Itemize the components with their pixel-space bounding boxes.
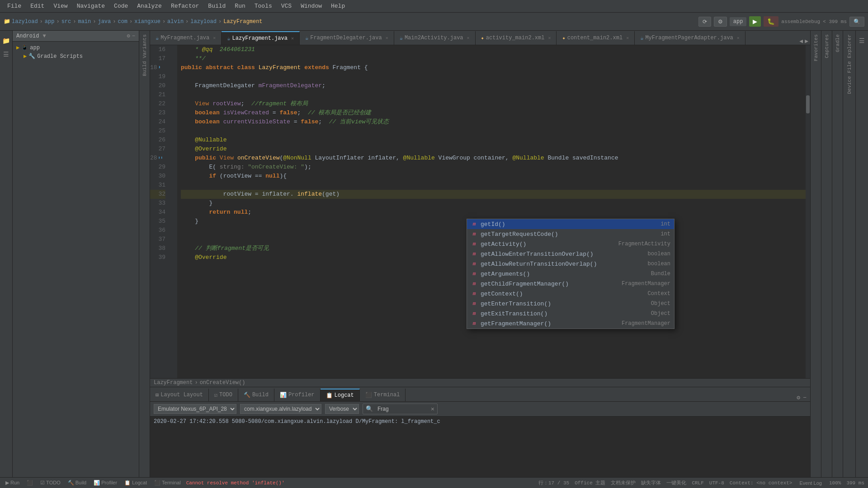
menu-item-code[interactable]: Code [110,2,132,10]
run-button[interactable]: ▶ [749,16,761,27]
tab-myfragment[interactable]: ☕ MyFragment.java ✕ [150,31,222,45]
logcat-status-btn[interactable]: 📋 Logcat [123,480,149,486]
menu-item-navigate[interactable]: Navigate [73,2,108,10]
debug-button[interactable]: 🐛 [764,16,778,27]
build-variants-panel[interactable]: Build Variants [139,31,150,477]
clear-filter-icon[interactable]: ✕ [431,405,434,413]
device-file-panel[interactable]: Device File Explorer [843,31,855,477]
favorites-label[interactable]: Favorites [813,34,819,61]
beautify-btn[interactable]: 一键美化 [666,479,686,486]
breadcrumb-main[interactable]: main [78,19,91,25]
panel-settings[interactable]: ⚙ [127,33,130,39]
settings-icon[interactable]: ⚙ [797,394,800,401]
search-btn[interactable]: 🔍 [849,17,864,27]
logcat-content[interactable]: 2020-02-27 17:42:20.558 5080-5080/com.xi… [150,417,810,477]
tab-close-5[interactable]: ✕ [626,35,629,41]
error-badge: Cannot resolve method 'inflate()' [186,480,285,486]
event-log-btn[interactable]: Event Log [797,480,824,486]
tab-lazyfragment[interactable]: ☕ LazyFragment.java ✕ [222,31,300,45]
close-panel-icon[interactable]: − [803,394,807,401]
captures-panel[interactable]: Captures [821,31,832,477]
menu-item-help[interactable]: Help [327,2,349,10]
tab-todo[interactable]: ☑ TODO [209,389,238,401]
breadcrumb-src[interactable]: src [61,19,71,25]
autocomplete-dropdown: m getId() int m getTargetRequestCode() i… [467,219,675,329]
breadcrumb-java[interactable]: java [98,19,111,25]
emulator-select[interactable]: Emulator Nexus_6P_API_28 [154,404,236,414]
structure-icon-right[interactable]: ☰ [856,34,868,47]
tab-close-0[interactable]: ✕ [213,35,216,41]
tab-build[interactable]: 🔨 Build [238,389,274,401]
gradle-label[interactable]: Gradle [835,34,840,52]
autocomplete-item-10[interactable]: m getFragmentManager() FragmentManager [467,319,674,328]
build-variants-label[interactable]: Build Variants [142,34,147,76]
tab-scroll-right[interactable]: ▶ [805,38,808,45]
breadcrumb-lazyfragment[interactable]: LazyFragment [223,19,262,25]
tab-layout[interactable]: ⊞ Layout Layout [150,389,209,401]
sync-btn[interactable]: ⟳ [698,17,711,27]
run-status-btn[interactable]: ▶ Run [4,480,21,486]
tab-main2activity[interactable]: ☕ Main2Activity.java ✕ [394,31,476,45]
todo-status-btn[interactable]: ☑ TODO [38,480,62,486]
breadcrumb-lazyload2[interactable]: lazyload [190,19,217,25]
device-file-label[interactable]: Device File Explorer [847,34,852,94]
terminal-status-btn[interactable]: ⬛ Terminal [152,480,182,486]
build-status-btn[interactable]: 🔨 Build [66,480,89,486]
captures-label[interactable]: Captures [824,34,830,58]
autocomplete-item-3[interactable]: m getAllowEnterTransitionOverlap() boole… [467,249,674,259]
scroll-thumb[interactable] [806,95,810,113]
autocomplete-item-9[interactable]: m getExitTransition() Object [467,309,674,319]
autocomplete-item-8[interactable]: m getEnterTransition() Object [467,299,674,309]
tab-fragmentdelegater[interactable]: ☕ FragmentDelegater.java ✕ [300,31,394,45]
breadcrumb-com[interactable]: com [118,19,127,25]
menu-item-edit[interactable]: Edit [27,2,48,10]
menu-item-vcs[interactable]: VCS [278,2,295,10]
panel-close[interactable]: − [132,33,135,39]
tab-close-2[interactable]: ✕ [386,35,388,41]
tab-terminal[interactable]: ⬛ Terminal [360,389,406,401]
autocomplete-item-1[interactable]: m getTargetRequestCode() int [467,229,674,239]
autocomplete-item-6[interactable]: m getChildFragmentManager() FragmentMana… [467,279,674,289]
stop-status-btn[interactable]: ⬛ [25,480,35,486]
autocomplete-item-2[interactable]: m getActivity() FragmentActivity [467,239,674,249]
level-select[interactable]: Verbose [325,404,359,414]
tab-myfragmentpager[interactable]: ☕ MyFragmentPagerAdapter.java ✕ [635,31,745,45]
breadcrumb-xiangxue[interactable]: xiangxue [134,19,160,25]
profiler-status-btn[interactable]: 📊 Profiler [92,480,119,486]
tab-scroll-left[interactable]: ◀ [799,38,803,45]
menu-item-window[interactable]: Window [297,2,326,10]
project-icon[interactable]: 📁 [0,34,13,47]
tab-profiler[interactable]: 📊 Profiler [274,389,321,401]
menu-item-file[interactable]: File [4,2,25,10]
autocomplete-item-4[interactable]: m getAllowReturnTransitionOverlap() bool… [467,259,674,269]
menu-item-tools[interactable]: Tools [251,2,276,10]
tab-close-4[interactable]: ✕ [548,35,551,41]
code-line-16: * @qq 2464061231 [181,45,810,54]
tab-activity-main2[interactable]: ✦ activity_main2.xml ✕ [476,31,557,45]
tab-close-6[interactable]: ✕ [737,35,740,41]
scrollbar[interactable] [806,45,810,378]
breadcrumb-lazyload[interactable]: 📁 lazyload [4,18,38,25]
breadcrumb-app[interactable]: app [45,19,55,25]
tab-close-3[interactable]: ✕ [467,35,470,41]
autocomplete-item-0[interactable]: m getId() int [467,219,674,229]
filter-input[interactable] [375,405,429,413]
menu-item-refactor[interactable]: Refactor [167,2,203,10]
gradle-panel[interactable]: Gradle [832,31,843,477]
tab-logcat[interactable]: 📋 Logcat [321,389,360,401]
package-select[interactable]: com.xiangxue.alvin.lazyload [240,404,321,414]
tab-close-1[interactable]: ✕ [291,36,294,41]
autocomplete-item-5[interactable]: m getArguments() Bundle [467,269,674,279]
tab-content-main2[interactable]: ✦ content_main2.xml ✕ [557,31,635,45]
menu-item-build[interactable]: Build [204,2,229,10]
menu-item-analyze[interactable]: Analyze [133,2,165,10]
autocomplete-item-7[interactable]: m getContext() Context [467,289,674,299]
breadcrumb-alvin[interactable]: alvin [167,19,184,25]
tree-gradle[interactable]: ▶ 🔧 Gradle Scripts [22,52,137,61]
tree-app[interactable]: ▶ 📱 app [14,43,137,52]
menu-item-run[interactable]: Run [231,2,249,10]
settings-btn[interactable]: ⚙ [714,17,727,27]
favorites-panel[interactable]: Favorites [810,31,821,477]
menu-item-view[interactable]: View [50,2,71,10]
structure-icon-left[interactable]: ☰ [0,48,13,61]
